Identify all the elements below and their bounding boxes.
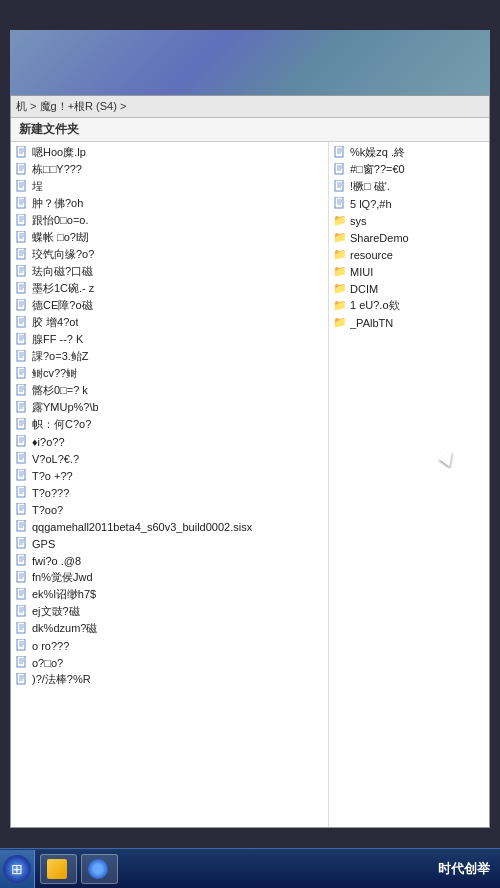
list-item[interactable]: o?□o? — [11, 654, 328, 671]
file-name-label: ek%l诏缈h7$ — [32, 587, 96, 602]
file-name-label: fwi?o .@8 — [32, 555, 81, 567]
list-item[interactable]: 課?o=3.鲐Z — [11, 348, 328, 365]
list-item[interactable]: 胶 增4?ot — [11, 314, 328, 331]
svg-rect-16 — [17, 214, 25, 225]
svg-rect-52 — [17, 367, 25, 378]
address-bar[interactable]: 机 > 魔g！+根R (S4) > — [11, 96, 489, 118]
list-item[interactable]: 📁1 eU?.o欸 — [329, 297, 489, 314]
file-name-label: #□窗??=€0 — [350, 162, 405, 177]
list-item[interactable]: 肿？佛?oh — [11, 195, 328, 212]
file-name-label: fn%觉侯Jwd — [32, 570, 93, 585]
file-icon — [15, 384, 29, 398]
list-item[interactable]: ♦i?o?? — [11, 433, 328, 450]
list-item[interactable]: 📁MIUI — [329, 263, 489, 280]
file-icon — [15, 622, 29, 636]
address-path: 机 > 魔g！+根R (S4) > — [16, 99, 126, 114]
list-item[interactable]: 露YMUp%?\b — [11, 399, 328, 416]
svg-rect-80 — [17, 486, 25, 497]
list-item[interactable]: 腺FF --? K — [11, 331, 328, 348]
file-icon — [15, 282, 29, 296]
file-name-label: 珓饩向缘?o? — [32, 247, 94, 262]
svg-rect-96 — [17, 554, 25, 565]
file-icon — [15, 503, 29, 517]
file-icon — [333, 197, 347, 211]
file-icon — [15, 316, 29, 330]
file-name-label: 5 lQ?,#h — [350, 198, 392, 210]
list-item[interactable]: V?oL?€.? — [11, 450, 328, 467]
list-item[interactable]: 德CE障?o磁 — [11, 297, 328, 314]
list-item[interactable]: ej文豉?磁 — [11, 603, 328, 620]
file-name-label: qqgamehall2011beta4_s60v3_build0002.sisx — [32, 521, 252, 533]
list-item[interactable]: 📁ShareDemo — [329, 229, 489, 246]
svg-rect-100 — [17, 571, 25, 582]
list-item[interactable]: 嗯Hoo糜.lp — [11, 144, 328, 161]
list-item[interactable]: 珓饩向缘?o? — [11, 246, 328, 263]
list-item[interactable]: 帜：何C?o? — [11, 416, 328, 433]
list-item[interactable]: GPS — [11, 535, 328, 552]
right-folder-list[interactable]: %k嬠zq .終#□窗??=€0!橛□ 磁'.5 lQ?,#h📁sys📁Shar… — [329, 142, 489, 827]
folder-icon: 📁 — [333, 299, 347, 313]
list-item[interactable]: dk%dzum?磁 — [11, 620, 328, 637]
list-item[interactable]: T?o??? — [11, 484, 328, 501]
list-item[interactable]: 墨杉1C碗.- z — [11, 280, 328, 297]
file-name-label: 嗯Hoo糜.lp — [32, 145, 86, 160]
svg-rect-124 — [17, 673, 25, 684]
list-item[interactable]: 📁sys — [329, 212, 489, 229]
file-icon — [15, 265, 29, 279]
file-name-label: 帜：何C?o? — [32, 417, 91, 432]
start-button[interactable]: ⊞ — [0, 850, 35, 888]
file-icon — [15, 401, 29, 415]
list-item[interactable]: 📁DCIM — [329, 280, 489, 297]
svg-rect-140 — [335, 197, 343, 208]
taskbar-folder-button[interactable] — [40, 854, 77, 884]
list-item[interactable]: 鲥cv??鲥 — [11, 365, 328, 382]
file-name-label: 胶 增4?ot — [32, 315, 78, 330]
ie-icon — [88, 859, 108, 879]
svg-rect-8 — [17, 180, 25, 191]
list-item[interactable]: 5 lQ?,#h — [329, 195, 489, 212]
svg-rect-20 — [17, 231, 25, 242]
list-item[interactable]: 跟怡0□o=o. — [11, 212, 328, 229]
list-item[interactable]: qqgamehall2011beta4_s60v3_build0002.sisx — [11, 518, 328, 535]
file-name-label: 栋□□Y??? — [32, 162, 82, 177]
start-orb: ⊞ — [3, 855, 31, 883]
list-item[interactable]: ek%l诏缈h7$ — [11, 586, 328, 603]
list-item[interactable]: !橛□ 磁'. — [329, 178, 489, 195]
file-icon — [15, 520, 29, 534]
list-item[interactable]: T?oo? — [11, 501, 328, 518]
file-icon — [15, 656, 29, 670]
list-item[interactable]: fwi?o .@8 — [11, 552, 328, 569]
list-item[interactable]: T?o +?? — [11, 467, 328, 484]
file-name-label: 跟怡0□o=o. — [32, 213, 88, 228]
list-item[interactable]: 📁_PAlbTN — [329, 314, 489, 331]
svg-rect-40 — [17, 316, 25, 327]
svg-rect-72 — [17, 452, 25, 463]
list-item[interactable]: 蝶帐 □o?l刼 — [11, 229, 328, 246]
list-item[interactable]: 📁resource — [329, 246, 489, 263]
list-item[interactable]: 栋□□Y??? — [11, 161, 328, 178]
list-item[interactable]: )?/法棒?%R — [11, 671, 328, 688]
svg-rect-0 — [17, 146, 25, 157]
file-name-label: _PAlbTN — [350, 317, 393, 329]
content-area: 嗯Hoo糜.lp栋□□Y???埕肿？佛?oh跟怡0□o=o.蝶帐 □o?l刼珓饩… — [11, 142, 489, 827]
svg-rect-84 — [17, 503, 25, 514]
list-item[interactable]: #□窗??=€0 — [329, 161, 489, 178]
left-file-list[interactable]: 嗯Hoo糜.lp栋□□Y???埕肿？佛?oh跟怡0□o=o.蝶帐 □o?l刼珓饩… — [11, 142, 329, 827]
file-icon — [15, 639, 29, 653]
list-item[interactable]: %k嬠zq .終 — [329, 144, 489, 161]
list-item[interactable]: 髂杉0□=? k — [11, 382, 328, 399]
file-icon — [15, 554, 29, 568]
list-item[interactable]: fn%觉侯Jwd — [11, 569, 328, 586]
file-icon — [15, 214, 29, 228]
list-item[interactable]: 埕 — [11, 178, 328, 195]
monitor: 机 > 魔g！+根R (S4) > 新建文件夹 嗯Hoo糜.lp栋□□Y???埕… — [0, 0, 500, 888]
taskbar-right-text: 时代创举 — [438, 860, 500, 878]
file-icon — [15, 180, 29, 194]
list-item[interactable]: 珐向磁?口磁 — [11, 263, 328, 280]
svg-rect-68 — [17, 435, 25, 446]
file-name-label: 露YMUp%?\b — [32, 400, 99, 415]
file-name-label: 髂杉0□=? k — [32, 383, 88, 398]
list-item[interactable]: o ro??? — [11, 637, 328, 654]
file-icon — [15, 469, 29, 483]
taskbar-ie-button[interactable] — [81, 854, 118, 884]
